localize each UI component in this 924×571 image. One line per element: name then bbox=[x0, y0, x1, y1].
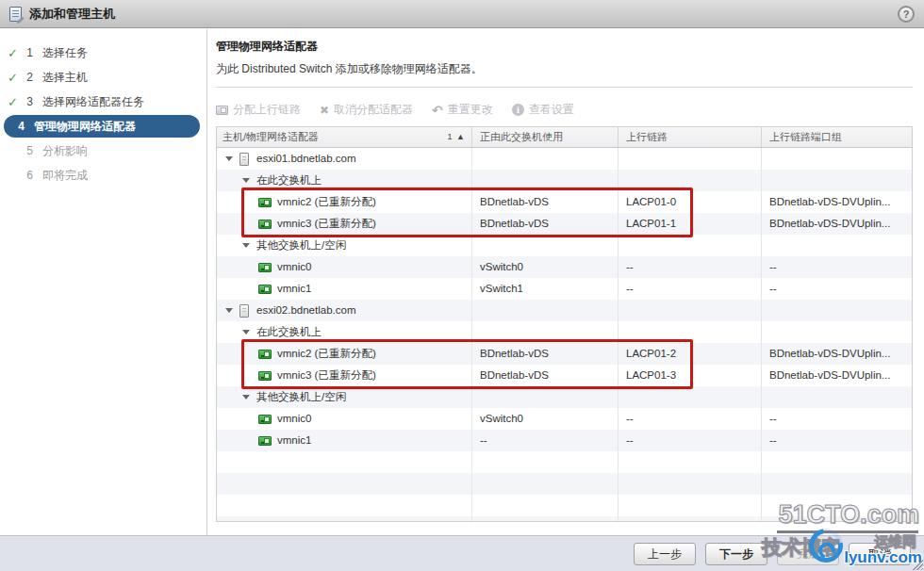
host-icon bbox=[239, 153, 249, 166]
step-number: 4 bbox=[15, 120, 27, 133]
group-row[interactable]: 在此交换机上 bbox=[217, 321, 912, 343]
nic-row[interactable]: vmnic1vSwitch1---- bbox=[217, 278, 912, 300]
group-label: 其他交换机上/空闲 bbox=[256, 386, 346, 408]
expander-icon[interactable] bbox=[242, 178, 250, 183]
expander-icon[interactable] bbox=[225, 156, 233, 161]
assign-uplink-button[interactable]: 分配上行链路 bbox=[216, 102, 301, 118]
uplink-cell: -- bbox=[619, 256, 762, 278]
group-row[interactable]: 其他交换机上/空闲 bbox=[217, 386, 912, 408]
cancel-button[interactable]: 取消 bbox=[849, 543, 911, 565]
adapter-name-cell: esxi01.bdnetlab.com bbox=[217, 148, 472, 170]
group-row[interactable]: 在此交换机上 bbox=[217, 170, 912, 191]
dialog-footer: 上一步下一步完成取消 bbox=[0, 535, 924, 571]
expander-icon[interactable] bbox=[242, 330, 250, 334]
uplink-cell: LACP01-3 bbox=[619, 365, 762, 386]
expander-icon[interactable] bbox=[242, 395, 250, 400]
step-label: 选择主机 bbox=[42, 70, 88, 86]
wizard-step-3[interactable]: ✓3选择网络适配器任务 bbox=[0, 90, 206, 114]
uplink-cell-text: LACP01-0 bbox=[626, 191, 676, 213]
sort-indicator[interactable]: 1 ▲ bbox=[448, 127, 466, 147]
finish-button[interactable]: 完成 bbox=[777, 543, 839, 565]
in-use-by-cell: -- bbox=[472, 430, 619, 451]
uplink-port-group-cell: BDnetlab-vDS-DVUplin... bbox=[762, 213, 912, 235]
wizard-step-1[interactable]: ✓1选择任务 bbox=[0, 41, 206, 65]
next-button[interactable]: 下一步 bbox=[705, 543, 767, 565]
uplink-cell: -- bbox=[619, 408, 762, 430]
unassign-adapter-button[interactable]: 取消分配适配器 bbox=[320, 102, 413, 118]
nic-row[interactable]: vmnic3 (已重新分配)BDnetlab-vDSLACP01-3BDnetl… bbox=[217, 365, 912, 386]
back-button[interactable]: 上一步 bbox=[634, 543, 696, 565]
host-row[interactable]: esxi01.bdnetlab.com bbox=[217, 148, 912, 170]
expander-icon[interactable] bbox=[225, 308, 233, 313]
column-header-1[interactable]: 主机/物理网络适配器1 ▲ bbox=[217, 127, 472, 147]
reset-changes-button[interactable]: 重置更改 bbox=[432, 102, 493, 118]
toolbar-button-label: 取消分配适配器 bbox=[334, 102, 413, 118]
check-icon: ✓ bbox=[8, 46, 24, 60]
step-label: 分析影响 bbox=[42, 143, 88, 159]
column-header-4[interactable]: 上行链路端口组 bbox=[762, 127, 912, 147]
nic-icon bbox=[258, 198, 272, 207]
wizard-step-4[interactable]: 4管理物理网络适配器 bbox=[4, 115, 200, 138]
nic-row[interactable]: vmnic0vSwitch0---- bbox=[217, 256, 912, 278]
nic-row[interactable]: vmnic0vSwitch0---- bbox=[217, 408, 912, 430]
adapter-name-cell: 在此交换机上 bbox=[217, 170, 472, 191]
check-icon: ✓ bbox=[8, 95, 24, 109]
host-label: esxi02.bdnetlab.com bbox=[256, 300, 355, 321]
wizard-steps: ✓1选择任务✓2选择主机✓3选择网络适配器任务4管理物理网络适配器5分析影响6即… bbox=[0, 41, 206, 188]
in-use-by-cell-text: -- bbox=[480, 430, 487, 451]
in-use-by-cell: BDnetlab-vDS bbox=[472, 343, 619, 365]
uplink-port-group-cell bbox=[762, 386, 912, 408]
in-use-by-cell bbox=[472, 148, 619, 170]
toolbar-button-label: 重置更改 bbox=[448, 102, 493, 118]
adapter-name-cell: 在此交换机上 bbox=[217, 321, 472, 343]
uplink-port-group-cell: -- bbox=[762, 256, 912, 278]
empty-cell bbox=[762, 473, 912, 495]
group-row[interactable]: 其他交换机上/空闲 bbox=[217, 235, 912, 256]
uplink-port-group-cell: BDnetlab-vDS-DVUplin... bbox=[762, 343, 912, 365]
uplink-port-group-cell: -- bbox=[762, 408, 912, 430]
uplink-cell bbox=[619, 148, 762, 170]
uplink-cell-text: LACP01-2 bbox=[626, 343, 676, 365]
host-row[interactable]: esxi02.bdnetlab.com bbox=[217, 300, 912, 321]
uplink-port-group-cell-text: BDnetlab-vDS-DVUplin... bbox=[769, 213, 890, 235]
uplink-cell: LACP01-0 bbox=[619, 191, 762, 213]
adapter-name-cell: 其他交换机上/空闲 bbox=[217, 386, 472, 408]
nic-row[interactable]: vmnic1------ bbox=[217, 430, 912, 451]
dialog-titlebar: 添加和管理主机 ? bbox=[0, 0, 924, 28]
wizard-step-5: 5分析影响 bbox=[0, 139, 206, 163]
main-panel: 管理物理网络适配器 为此 Distributed Switch 添加或移除物理网… bbox=[208, 29, 924, 535]
in-use-by-cell: BDnetlab-vDS bbox=[472, 213, 619, 235]
column-header-3[interactable]: 上行链路 bbox=[619, 127, 762, 147]
view-settings-button[interactable]: 查看设置 bbox=[512, 102, 574, 118]
check-icon: ✓ bbox=[8, 71, 24, 85]
in-use-by-cell bbox=[472, 300, 619, 321]
step-label: 选择任务 bbox=[42, 45, 88, 61]
adapter-name-cell: vmnic3 (已重新分配) bbox=[217, 213, 472, 235]
adapter-name-cell: vmnic0 bbox=[217, 256, 472, 278]
uplink-cell: LACP01-1 bbox=[619, 213, 762, 235]
column-header-label: 上行链路 bbox=[626, 127, 668, 147]
table-header-row: 主机/物理网络适配器1 ▲正由此交换机使用上行链路上行链路端口组 bbox=[217, 127, 912, 148]
wizard-step-2[interactable]: ✓2选择主机 bbox=[0, 65, 206, 90]
expander-icon[interactable] bbox=[242, 243, 250, 248]
nic-label: vmnic3 (已重新分配) bbox=[277, 213, 376, 235]
uplink-port-group-cell-text: -- bbox=[769, 430, 777, 451]
nic-row[interactable]: vmnic3 (已重新分配)BDnetlab-vDSLACP01-1BDnetl… bbox=[217, 213, 912, 235]
empty-cell bbox=[762, 516, 912, 522]
nic-row[interactable]: vmnic2 (已重新分配)BDnetlab-vDSLACP01-2BDnetl… bbox=[217, 343, 912, 365]
help-icon[interactable]: ? bbox=[898, 6, 915, 23]
nic-row[interactable]: vmnic2 (已重新分配)BDnetlab-vDSLACP01-0BDnetl… bbox=[217, 191, 912, 213]
in-use-by-cell bbox=[472, 170, 619, 191]
step-number: 5 bbox=[24, 144, 36, 157]
nic-icon bbox=[258, 371, 272, 381]
uplink-cell-text: LACP01-3 bbox=[626, 365, 676, 386]
empty-cell bbox=[619, 516, 762, 522]
uplink-cell bbox=[619, 321, 762, 343]
assign-uplink-icon bbox=[216, 106, 228, 115]
nic-icon bbox=[258, 350, 272, 359]
column-header-2[interactable]: 正由此交换机使用 bbox=[472, 127, 619, 147]
host-icon bbox=[239, 304, 249, 318]
nic-icon bbox=[258, 263, 272, 272]
adapter-name-cell: vmnic2 (已重新分配) bbox=[217, 343, 472, 365]
adapter-name-cell: vmnic3 (已重新分配) bbox=[217, 365, 472, 386]
